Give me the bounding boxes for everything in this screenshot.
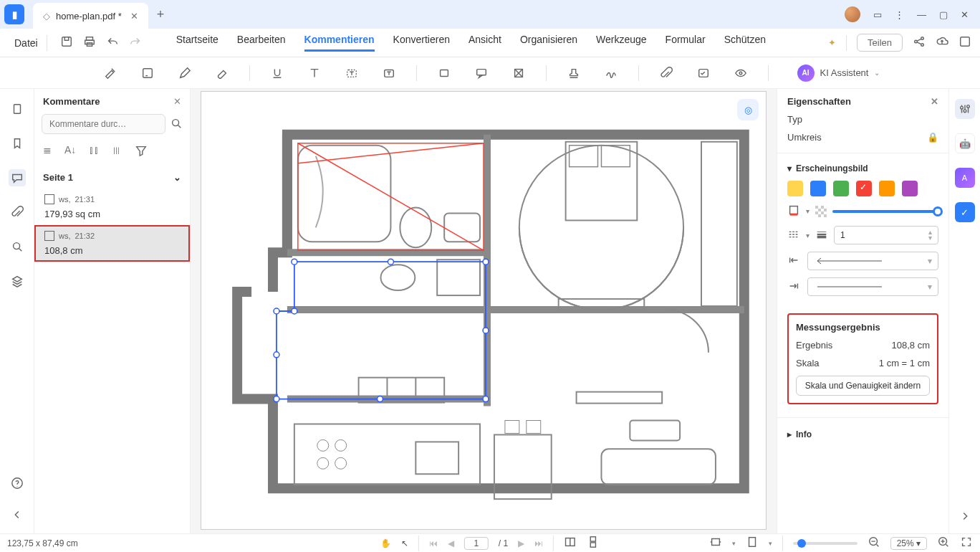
- settings-square-icon[interactable]: [959, 35, 971, 50]
- stroke-color-icon[interactable]: [787, 204, 800, 219]
- line-weight-icon[interactable]: [815, 228, 828, 243]
- zoom-select[interactable]: 25% ▾: [890, 537, 927, 550]
- undo-icon[interactable]: [106, 35, 119, 50]
- ai-face-icon[interactable]: 🤖: [955, 133, 975, 153]
- lightbulb-icon[interactable]: ✦: [828, 37, 836, 48]
- page-number-input[interactable]: 1: [464, 537, 489, 550]
- swatch-blue[interactable]: [810, 181, 826, 196]
- pencil-icon[interactable]: [175, 63, 195, 83]
- swatch-orange[interactable]: [879, 181, 895, 196]
- help-icon[interactable]: [9, 475, 26, 492]
- pdf-page[interactable]: ◎: [201, 91, 767, 530]
- sort-list-icon[interactable]: ≣: [43, 144, 52, 159]
- save-icon[interactable]: [60, 35, 73, 50]
- menu-tab-ansicht[interactable]: Ansicht: [469, 34, 501, 52]
- signature-icon[interactable]: [601, 63, 621, 83]
- close-properties-icon[interactable]: ✕: [931, 96, 938, 107]
- fit-page-icon[interactable]: [746, 536, 759, 551]
- collapse-left-icon[interactable]: [9, 506, 26, 523]
- tab-close-icon[interactable]: ✕: [128, 11, 141, 22]
- menu-tab-formular[interactable]: Formular: [666, 34, 706, 52]
- page-section-header[interactable]: Seite 1 ⌄: [34, 166, 190, 189]
- ai-letter-icon[interactable]: A: [955, 168, 975, 188]
- area-icon[interactable]: [509, 63, 529, 83]
- eye-icon[interactable]: [731, 63, 751, 83]
- attachment-icon[interactable]: [656, 63, 676, 83]
- search-rail-icon[interactable]: [9, 238, 26, 255]
- comments-icon[interactable]: [9, 169, 26, 186]
- caret-right-icon[interactable]: ▸: [787, 429, 792, 439]
- typewriter-icon[interactable]: [342, 63, 362, 83]
- change-scale-button[interactable]: Skala und Genauigkeit ändern: [796, 376, 930, 396]
- scroll-mode-icon[interactable]: [587, 536, 600, 551]
- eraser-icon[interactable]: [212, 63, 232, 83]
- sort-az-icon[interactable]: A↓: [64, 144, 76, 159]
- collapse-right-icon[interactable]: [955, 506, 975, 526]
- share-button[interactable]: Teilen: [857, 34, 903, 52]
- window-close-icon[interactable]: ✕: [961, 9, 969, 20]
- shape-rect-icon[interactable]: [434, 63, 454, 83]
- underline-icon[interactable]: [267, 63, 287, 83]
- note-icon[interactable]: [138, 63, 158, 83]
- swatch-red-selected[interactable]: [856, 181, 872, 196]
- highlighter-icon[interactable]: [100, 63, 120, 83]
- menu-tab-konvertieren[interactable]: Konvertieren: [393, 34, 450, 52]
- ai-check-icon[interactable]: ✓: [955, 202, 975, 222]
- window-minimize-icon[interactable]: —: [917, 9, 926, 20]
- kebab-menu-icon[interactable]: ⋮: [895, 9, 904, 20]
- caret-down-icon[interactable]: ▾: [787, 163, 792, 173]
- hand-tool-icon[interactable]: ✋: [380, 538, 391, 548]
- document-tab[interactable]: ◇ home-plan.pdf * ✕: [33, 3, 148, 29]
- swatch-purple[interactable]: [902, 181, 918, 196]
- chat-icon[interactable]: ▭: [873, 9, 882, 20]
- opacity-slider[interactable]: ▾: [787, 204, 938, 219]
- comment-item[interactable]: ws, 21:31179,93 sq cm: [34, 189, 190, 225]
- adjustments-icon[interactable]: [955, 99, 975, 119]
- zoom-out-icon[interactable]: [868, 536, 880, 551]
- menu-tab-bearbeiten[interactable]: Bearbeiten: [237, 34, 286, 52]
- page-info-badge[interactable]: ◎: [737, 99, 759, 120]
- read-mode-icon[interactable]: [564, 536, 577, 551]
- layers-icon[interactable]: [9, 272, 26, 290]
- new-tab-button[interactable]: +: [148, 7, 173, 22]
- menu-tab-werkzeuge[interactable]: Werkzeuge: [596, 34, 647, 52]
- menu-tab-organisieren[interactable]: Organisieren: [520, 34, 577, 52]
- next-page-icon[interactable]: ▶: [518, 538, 524, 548]
- menu-tab-schützen[interactable]: Schützen: [724, 34, 766, 52]
- comment-item[interactable]: ws, 21:32108,8 cm: [34, 225, 190, 262]
- stamp-icon[interactable]: [564, 63, 584, 83]
- select-tool-icon[interactable]: ↖: [401, 538, 408, 548]
- end-arrow-select[interactable]: ▾: [807, 277, 938, 296]
- lock-icon[interactable]: 🔒: [927, 132, 938, 143]
- close-panel-icon[interactable]: ✕: [173, 96, 181, 107]
- user-avatar[interactable]: [845, 6, 860, 22]
- prev-page-icon[interactable]: ◀: [448, 538, 454, 548]
- callout-icon[interactable]: [471, 63, 491, 83]
- first-page-icon[interactable]: ⏮: [429, 538, 438, 548]
- swatch-yellow[interactable]: [787, 181, 803, 196]
- fullscreen-icon[interactable]: [960, 536, 973, 551]
- menu-tab-kommentieren[interactable]: Kommentieren: [304, 34, 375, 52]
- zoom-slider[interactable]: [793, 542, 858, 545]
- textbox-icon[interactable]: [379, 63, 399, 83]
- filter-icon[interactable]: [135, 144, 148, 159]
- sliders-icon[interactable]: ⫼: [112, 144, 122, 159]
- columns-icon[interactable]: ⫿⫿: [89, 144, 99, 159]
- search-icon[interactable]: [170, 117, 183, 132]
- cloud-upload-icon[interactable]: [936, 35, 948, 50]
- checklist-icon[interactable]: [693, 63, 714, 83]
- bookmarks-icon[interactable]: [9, 135, 26, 152]
- menu-tab-startseite[interactable]: Startseite: [176, 34, 218, 52]
- print-icon[interactable]: [83, 35, 96, 50]
- file-menu[interactable]: Datei: [9, 37, 44, 49]
- thumbnails-icon[interactable]: [9, 100, 26, 118]
- start-arrow-select[interactable]: ▾: [807, 252, 938, 270]
- share-link-icon[interactable]: [913, 35, 926, 50]
- swatch-green[interactable]: [833, 181, 849, 196]
- line-style-icon[interactable]: [787, 228, 800, 243]
- window-maximize-icon[interactable]: ▢: [939, 9, 948, 20]
- zoom-in-icon[interactable]: [937, 536, 950, 551]
- redo-icon[interactable]: [129, 35, 142, 50]
- attachments-icon[interactable]: [9, 204, 26, 221]
- document-canvas[interactable]: ◎: [191, 89, 777, 533]
